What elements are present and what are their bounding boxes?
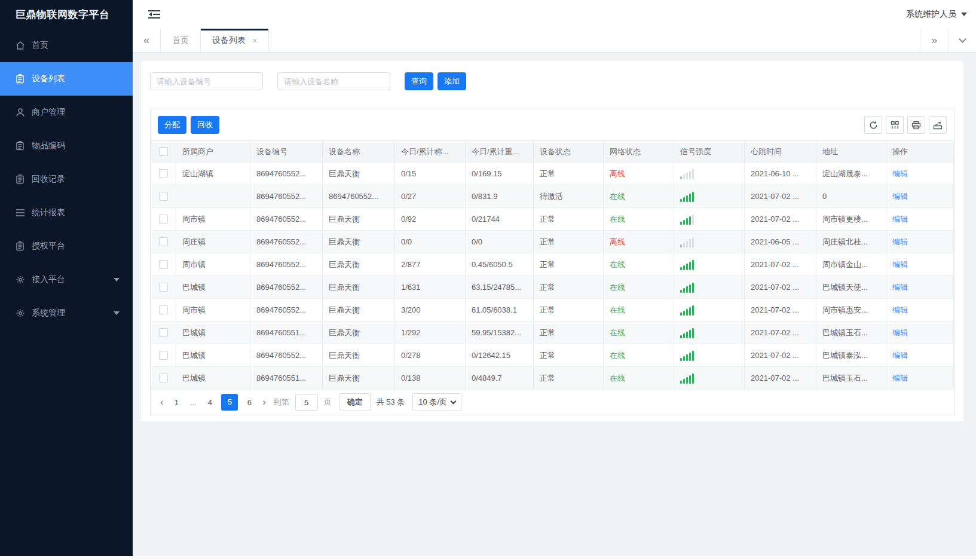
cell-device-name: 巨鼎天衡 <box>323 253 395 276</box>
select-all-checkbox[interactable] <box>159 147 168 156</box>
goto-page-input[interactable] <box>295 394 318 411</box>
cell-today-weight: 0/21744 <box>466 208 534 231</box>
gear-icon <box>15 275 25 285</box>
tab-label: 设备列表 <box>212 35 246 46</box>
cell-address: 周市镇金山... <box>816 253 886 276</box>
edit-link[interactable]: 编辑 <box>892 215 908 224</box>
sidebar-item-auth-platform[interactable]: 授权平台 <box>0 229 133 263</box>
edit-link[interactable]: 编辑 <box>892 328 908 337</box>
tab-home[interactable]: 首页 <box>161 29 201 52</box>
table-row: 巴城镇8694760552...巨鼎天衡1/63163.15/24785...正… <box>151 276 954 299</box>
cell-heartbeat: 2021-06-05 ... <box>745 231 816 253</box>
bottom-strip <box>0 556 976 560</box>
row-checkbox[interactable] <box>159 283 168 292</box>
signal-bars <box>680 328 738 338</box>
tabs-scroll-right-icon[interactable]: » <box>920 29 948 52</box>
cell-device-status: 正常 <box>534 299 604 322</box>
cell-device-name: 巨鼎天衡 <box>323 163 395 185</box>
edit-link[interactable]: 编辑 <box>892 237 908 246</box>
cell-address: 周庄镇北桂... <box>816 231 886 253</box>
cell-device-no: 8694760552... <box>250 208 323 231</box>
print-icon[interactable] <box>907 116 925 134</box>
edit-link[interactable]: 编辑 <box>892 260 908 269</box>
close-icon[interactable]: × <box>252 36 257 45</box>
column-header-merchant: 所属商户 <box>176 141 250 163</box>
tab-device-list[interactable]: 设备列表 × <box>201 29 269 52</box>
cell-net-status: 在线 <box>604 208 674 231</box>
user-menu[interactable]: 系统维护人员 <box>906 9 967 20</box>
cell-device-name: 巨鼎天衡 <box>323 367 395 390</box>
device-name-input[interactable] <box>277 72 390 90</box>
net-status-badge: 在线 <box>610 215 625 224</box>
cell-net-status: 在线 <box>604 276 674 299</box>
edit-link[interactable]: 编辑 <box>892 283 908 292</box>
column-header-address: 地址 <box>816 141 886 163</box>
sidebar-item-label: 商户管理 <box>32 107 65 118</box>
sidebar-item-device-list[interactable]: 设备列表 <box>0 62 133 96</box>
cell-heartbeat: 2021-07-02 ... <box>745 322 816 344</box>
row-checkbox[interactable] <box>159 169 168 178</box>
page-unit-label: 页 <box>324 397 332 408</box>
chevron-down-icon <box>451 398 457 404</box>
confirm-button[interactable]: 确定 <box>339 393 371 411</box>
row-checkbox[interactable] <box>159 374 168 382</box>
tabs-menu-icon[interactable] <box>948 29 976 52</box>
cell-device-name: 巨鼎天衡 <box>323 208 395 231</box>
cell-device-no: 8694760552... <box>250 276 323 299</box>
user-name: 系统维护人员 <box>906 9 956 20</box>
sidebar-item-recycle-records[interactable]: 回收记录 <box>0 163 133 196</box>
row-checkbox[interactable] <box>159 351 168 360</box>
cell-today-count: 0/0 <box>395 231 466 253</box>
cell-heartbeat: 2021-07-02 ... <box>745 367 816 390</box>
sidebar-item-statistics[interactable]: 统计报表 <box>0 196 133 229</box>
cell-address: 巴城镇天使... <box>816 276 886 299</box>
query-button[interactable]: 查询 <box>405 72 433 90</box>
column-header-today-weight: 今日/累计重... <box>466 141 534 163</box>
device-no-input[interactable] <box>150 72 263 90</box>
page-number-5[interactable]: 5 <box>221 394 238 411</box>
refresh-icon[interactable] <box>864 116 882 134</box>
sidebar-collapse-icon[interactable] <box>148 10 160 19</box>
sidebar-item-merchant-mgmt[interactable]: 商户管理 <box>0 96 133 129</box>
row-checkbox[interactable] <box>159 215 168 224</box>
sidebar-item-item-codes[interactable]: 物品编码 <box>0 129 133 163</box>
sidebar-item-access-platform[interactable]: 接入平台 <box>0 263 133 296</box>
page-ellipsis: ... <box>188 398 198 407</box>
page-number-6[interactable]: 6 <box>244 398 255 407</box>
table-row: 周市镇8694760552...巨鼎天衡2/8770.45/6050.5正常在线… <box>151 253 954 276</box>
cell-action: 编辑 <box>886 299 954 322</box>
tabs-scroll-left-icon[interactable]: « <box>133 29 161 52</box>
row-checkbox[interactable] <box>159 260 168 269</box>
assign-button[interactable]: 分配 <box>158 116 186 134</box>
page-size-select[interactable]: 10 条/页 <box>412 393 461 411</box>
edit-link[interactable]: 编辑 <box>892 169 908 178</box>
edit-link[interactable]: 编辑 <box>892 192 908 201</box>
cell-today-count: 0/92 <box>395 208 466 231</box>
column-header-action: 操作 <box>886 141 954 163</box>
total-count-label: 共 53 条 <box>377 397 405 408</box>
row-checkbox[interactable] <box>159 305 168 314</box>
add-button[interactable]: 添加 <box>437 72 466 90</box>
row-checkbox[interactable] <box>159 192 168 201</box>
sidebar: 巨鼎物联网数字平台 首页 设备列表 商户管理 物品编码 <box>0 0 133 556</box>
sidebar-item-system-mgmt[interactable]: 系统管理 <box>0 296 133 330</box>
chevron-down-icon <box>114 278 120 281</box>
page-number-1[interactable]: 1 <box>171 398 182 407</box>
sidebar-item-label: 系统管理 <box>32 308 65 319</box>
edit-link[interactable]: 编辑 <box>892 305 908 314</box>
columns-icon[interactable] <box>886 116 904 134</box>
recycle-button[interactable]: 回收 <box>191 116 219 134</box>
cell-action: 编辑 <box>886 322 954 344</box>
edit-link[interactable]: 编辑 <box>892 374 908 382</box>
prev-page-icon[interactable]: ‹ <box>158 397 165 408</box>
row-checkbox[interactable] <box>159 328 168 337</box>
export-icon[interactable] <box>929 116 947 134</box>
chevron-down-icon <box>959 35 966 43</box>
net-status-badge: 在线 <box>610 260 625 269</box>
edit-link[interactable]: 编辑 <box>892 351 908 360</box>
sidebar-item-home[interactable]: 首页 <box>0 29 133 62</box>
next-page-icon[interactable]: › <box>261 397 267 408</box>
row-checkbox[interactable] <box>159 237 168 246</box>
cell-merchant: 周市镇 <box>176 253 250 276</box>
page-number-4[interactable]: 4 <box>204 398 215 407</box>
